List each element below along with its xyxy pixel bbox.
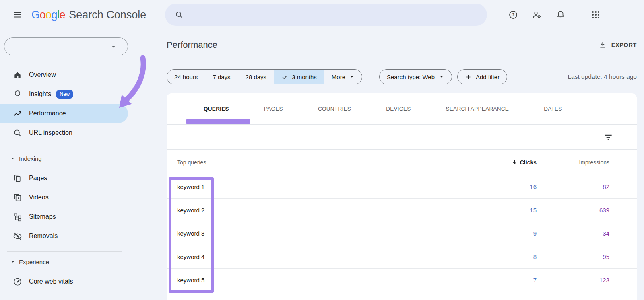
tab-countries[interactable]: COUNTRIES bbox=[318, 106, 351, 112]
video-icon bbox=[13, 193, 22, 202]
sidebar-item-insights[interactable]: Insights New bbox=[0, 84, 128, 104]
date-filter-7-days[interactable]: 7 days bbox=[205, 70, 237, 84]
query-cell: keyword 4 bbox=[167, 253, 432, 260]
tab-queries[interactable]: QUERIES bbox=[204, 106, 229, 112]
table-header-row: Top queries Clicks Impressions bbox=[167, 150, 637, 175]
google-search-console-app: { "header": { "logo": { "letters": ["G",… bbox=[0, 0, 644, 300]
table-filter-strip bbox=[167, 125, 637, 150]
sidebar-item-label: Core web vitals bbox=[29, 278, 73, 285]
more-date-filters-button[interactable]: More bbox=[324, 70, 362, 84]
sidebar-item-label: Performance bbox=[29, 110, 66, 117]
sidebar-section-indexing[interactable]: Indexing bbox=[0, 148, 161, 168]
chevron-down-icon bbox=[439, 74, 444, 80]
last-update-text: Last update: 4 hours ago bbox=[568, 73, 637, 80]
table-row[interactable]: keyword 215639 bbox=[167, 199, 637, 222]
apps-grid-icon[interactable] bbox=[591, 10, 601, 20]
more-label: More bbox=[332, 74, 345, 80]
sidebar-item-label: Overview bbox=[29, 71, 56, 78]
manage-users-icon[interactable] bbox=[532, 10, 542, 20]
query-cell: keyword 1 bbox=[167, 183, 432, 190]
chevron-down-icon bbox=[110, 43, 117, 50]
logo: Google Search Console bbox=[31, 0, 146, 30]
google-logo-text: Google bbox=[31, 9, 65, 21]
sidebar-item-label: URL inspection bbox=[29, 129, 72, 136]
notifications-icon[interactable] bbox=[556, 10, 566, 20]
add-filter-chip[interactable]: Add filter bbox=[457, 69, 507, 84]
tab-search-appearance[interactable]: SEARCH APPEARANCE bbox=[446, 106, 509, 112]
sidebar-item-videos[interactable]: Videos bbox=[0, 188, 128, 207]
column-header-top-queries[interactable]: Top queries bbox=[167, 159, 432, 166]
svg-text:?: ? bbox=[512, 12, 514, 17]
sitemap-tree-icon bbox=[13, 212, 22, 222]
sidebar-section-experience[interactable]: Experience bbox=[0, 252, 161, 272]
sort-desc-icon bbox=[511, 159, 518, 166]
add-filter-label: Add filter bbox=[476, 74, 500, 80]
section-label: Experience bbox=[19, 259, 49, 265]
toolbar-divider bbox=[374, 70, 374, 84]
sidebar-item-overview[interactable]: Overview bbox=[0, 65, 128, 84]
eye-off-icon bbox=[13, 232, 22, 241]
impressions-cell: 95 bbox=[537, 253, 637, 260]
sidebar-item-pages[interactable]: Pages bbox=[0, 168, 128, 188]
sidebar-nav: Overview Insights New Performance URL in… bbox=[0, 65, 161, 291]
logo-letter: o bbox=[40, 9, 46, 21]
help-icon[interactable]: ? bbox=[508, 10, 518, 20]
tab-devices[interactable]: DEVICES bbox=[386, 106, 411, 112]
chevron-down-icon bbox=[349, 74, 355, 80]
tab-pages[interactable]: PAGES bbox=[264, 106, 283, 112]
hamburger-icon bbox=[13, 10, 23, 20]
sidebar-item-performance[interactable]: Performance bbox=[0, 104, 128, 123]
column-header-impressions[interactable]: Impressions bbox=[537, 159, 637, 166]
date-filter-3-months[interactable]: 3 months bbox=[274, 70, 324, 84]
query-cell: keyword 3 bbox=[167, 230, 432, 237]
clicks-cell: 15 bbox=[432, 207, 537, 214]
sidebar-item-core-web-vitals[interactable]: Core web vitals bbox=[0, 272, 128, 291]
tab-dates[interactable]: DATES bbox=[544, 106, 562, 112]
clicks-header-label: Clicks bbox=[520, 159, 537, 166]
new-badge: New bbox=[56, 90, 73, 99]
search-type-label: Search type: Web bbox=[387, 74, 435, 80]
product-name: Search Console bbox=[69, 9, 146, 21]
sidebar-item-label: Pages bbox=[29, 175, 47, 182]
section-caret-icon bbox=[10, 259, 15, 264]
trending-up-icon bbox=[13, 109, 22, 118]
clicks-cell: 7 bbox=[432, 277, 537, 284]
table-body: keyword 11682keyword 215639keyword 3934k… bbox=[167, 175, 637, 292]
report-card: QUERIESPAGESCOUNTRIESDEVICESSEARCH APPEA… bbox=[167, 93, 637, 300]
logo-letter: g bbox=[52, 9, 58, 21]
table-row[interactable]: keyword 3934 bbox=[167, 222, 637, 245]
filter-list-icon[interactable] bbox=[603, 132, 613, 142]
date-filter-28-days[interactable]: 28 days bbox=[238, 70, 274, 84]
property-selector[interactable] bbox=[4, 37, 128, 55]
section-label: Indexing bbox=[19, 155, 42, 162]
clicks-cell: 16 bbox=[432, 183, 537, 190]
sidebar-item-sitemaps[interactable]: Sitemaps bbox=[0, 207, 128, 226]
search-input[interactable] bbox=[189, 11, 483, 19]
download-icon bbox=[599, 41, 607, 49]
pages-icon bbox=[13, 174, 22, 183]
gauge-icon bbox=[13, 277, 22, 286]
date-filter-24-hours[interactable]: 24 hours bbox=[167, 70, 205, 84]
impressions-cell: 34 bbox=[537, 230, 637, 237]
date-filter-label: 7 days bbox=[213, 74, 230, 80]
sidebar-item-url-inspection[interactable]: URL inspection bbox=[0, 123, 128, 142]
export-button[interactable]: EXPORT bbox=[599, 41, 637, 49]
search-type-chip[interactable]: Search type: Web bbox=[379, 69, 452, 84]
date-filter-label: 3 months bbox=[292, 74, 317, 80]
dimension-tabs: QUERIESPAGESCOUNTRIESDEVICESSEARCH APPEA… bbox=[167, 93, 637, 125]
menu-button[interactable] bbox=[10, 8, 25, 22]
check-icon bbox=[281, 74, 288, 80]
sidebar-item-removals[interactable]: Removals bbox=[0, 226, 128, 246]
sidebar-item-label: Insights bbox=[29, 90, 51, 98]
table-row[interactable]: keyword 11682 bbox=[167, 175, 637, 199]
table-row[interactable]: keyword 57123 bbox=[167, 269, 637, 292]
global-search-bar[interactable] bbox=[165, 4, 487, 26]
impressions-cell: 639 bbox=[537, 207, 637, 214]
logo-letter: o bbox=[45, 9, 52, 21]
table-row[interactable]: keyword 4895 bbox=[167, 245, 637, 269]
export-label: EXPORT bbox=[611, 42, 637, 48]
column-header-clicks[interactable]: Clicks bbox=[432, 159, 537, 166]
home-icon bbox=[13, 70, 22, 80]
impressions-cell: 123 bbox=[537, 277, 637, 284]
logo-letter: e bbox=[60, 9, 66, 21]
